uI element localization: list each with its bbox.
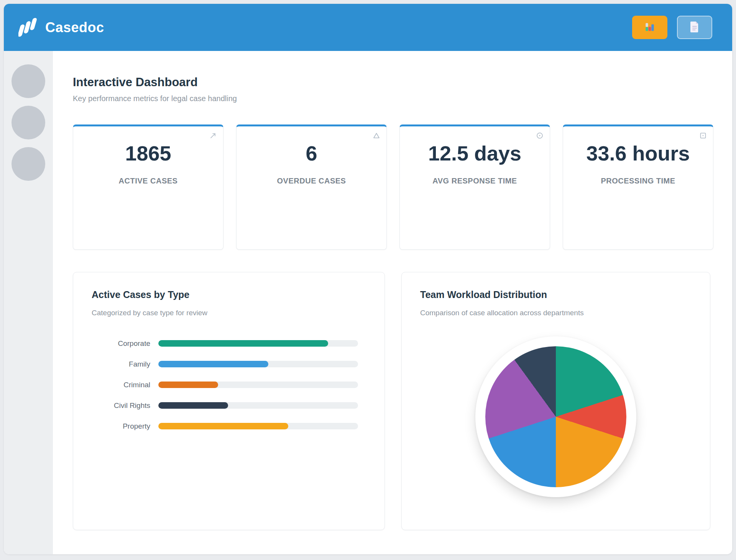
bar-fill	[158, 423, 288, 429]
sidebar-nav-circle-1[interactable]	[12, 64, 45, 98]
sidebar	[4, 51, 53, 554]
bar-row: Corporate	[92, 340, 366, 347]
document-icon	[690, 21, 700, 34]
clock-circle-icon	[536, 132, 544, 141]
metric-label: ACTIVE CASES	[84, 177, 212, 185]
metric-label: PROCESSING TIME	[574, 177, 702, 185]
sidebar-nav-circle-2[interactable]	[12, 106, 45, 139]
pie-chart-ring	[475, 336, 636, 497]
bar-label: Criminal	[92, 381, 158, 389]
metric-value: 33.6 hours	[574, 139, 702, 167]
bar-fill	[158, 402, 228, 409]
chart-panels-row: Active Cases by Type Categorized by case…	[73, 272, 713, 530]
metric-label: AVG RESPONSE TIME	[411, 177, 539, 185]
brand: Casedoc	[18, 16, 104, 39]
page-subtitle: Key performance metrics for legal case h…	[73, 94, 713, 103]
bar-track	[158, 423, 358, 429]
bar-row: Family	[92, 361, 366, 367]
bar-track	[158, 402, 358, 409]
bar-track	[158, 361, 358, 367]
panel-title: Active Cases by Type	[92, 289, 366, 300]
panel-subtitle: Comparison of case allocation across dep…	[420, 309, 692, 317]
metric-card-processing-time: 33.6 hours PROCESSING TIME	[563, 124, 713, 250]
team-workload-panel: Team Workload Distribution Comparison of…	[401, 272, 710, 530]
bar-track	[158, 382, 358, 388]
casedoc-logo-icon	[18, 16, 39, 39]
app-window: Casedoc	[4, 4, 732, 554]
bar-row: Property	[92, 423, 366, 429]
bar-label: Corporate	[92, 339, 158, 348]
metric-card-avg-response-time: 12.5 days AVG RESPONSE TIME	[399, 124, 550, 250]
bar-fill	[158, 361, 268, 367]
document-view-button[interactable]	[677, 16, 712, 39]
app-header: Casedoc	[4, 4, 732, 51]
sidebar-nav-circle-3[interactable]	[12, 147, 45, 181]
active-cases-by-type-panel: Active Cases by Type Categorized by case…	[73, 272, 385, 530]
bar-track	[158, 340, 358, 347]
brand-name: Casedoc	[45, 20, 104, 36]
bar-label: Civil Rights	[92, 401, 158, 410]
panel-subtitle: Categorized by case type for review	[92, 309, 366, 317]
metric-card-active-cases: 1865 ACTIVE CASES	[73, 124, 223, 250]
bar-label: Family	[92, 360, 158, 368]
bar-row: Criminal	[92, 382, 366, 388]
bar-label: Property	[92, 422, 158, 431]
square-dot-icon	[699, 132, 707, 141]
trend-up-icon	[209, 132, 217, 141]
bar-fill	[158, 340, 328, 347]
panel-title: Team Workload Distribution	[420, 289, 692, 300]
metric-value: 12.5 days	[411, 139, 539, 167]
chart-view-button[interactable]	[632, 16, 667, 39]
bar-fill	[158, 382, 218, 388]
workload-pie-chart	[485, 346, 626, 487]
bar-row: Civil Rights	[92, 402, 366, 409]
horizontal-bar-chart: Corporate Family Criminal Civil Rig	[92, 340, 366, 429]
content-area: Interactive Dashboard Key performance me…	[53, 51, 732, 554]
metric-cards-row: 1865 ACTIVE CASES 6 OVERDUE CASES	[73, 124, 713, 250]
metric-value: 6	[247, 139, 376, 167]
metric-card-overdue-cases: 6 OVERDUE CASES	[236, 124, 387, 250]
metric-value: 1865	[84, 139, 212, 167]
page-title: Interactive Dashboard	[73, 75, 713, 89]
metric-label: OVERDUE CASES	[247, 177, 376, 185]
alert-triangle-icon	[373, 132, 380, 141]
bar-chart-icon	[644, 21, 656, 34]
